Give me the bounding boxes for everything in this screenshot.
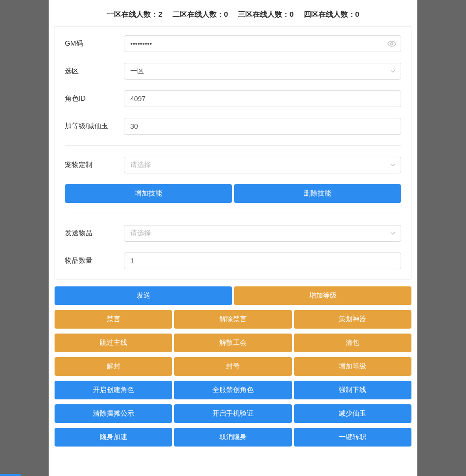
role-id-input[interactable] [124, 90, 401, 107]
item-qty-input[interactable] [124, 252, 401, 269]
chevron-down-icon [390, 162, 396, 168]
pet-custom-placeholder: 请选择 [130, 161, 151, 169]
role-id-row: 角色ID [65, 90, 401, 107]
divider [65, 214, 401, 214]
zone2-count: 二区在线人数：0 [173, 10, 228, 18]
send-item-placeholder: 请选择 [130, 229, 151, 238]
action-button[interactable]: 隐身加速 [55, 428, 172, 447]
zone3-count: 三区在线人数：0 [238, 10, 293, 18]
chevron-down-icon [390, 230, 396, 236]
action-row: 解封封号增加等级 [55, 357, 411, 376]
action-row: 禁言解除禁言策划神器 [55, 310, 411, 329]
online-stats-header: 一区在线人数：2 二区在线人数：0 三区在线人数：0 四区在线人数：0 [49, 9, 417, 26]
action-button[interactable]: 封号 [174, 357, 291, 376]
form-card: GM码 选区 一区 角色ID [55, 26, 411, 280]
gm-code-input[interactable] [124, 35, 401, 52]
action-row: 隐身加速取消隐身一键转职 [55, 428, 411, 447]
action-row: 跳过主线解散工会清包 [55, 334, 411, 352]
skill-button-row: 增加技能 删除技能 [65, 184, 401, 203]
action-button[interactable]: 策划神器 [294, 310, 411, 329]
chevron-down-icon [390, 68, 396, 74]
item-qty-label: 物品数量 [65, 256, 124, 265]
action-button[interactable]: 强制下线 [294, 381, 411, 399]
action-button[interactable]: 取消隐身 [174, 428, 291, 447]
action-grid: 发送增加等级禁言解除禁言策划神器跳过主线解散工会清包解封封号增加等级开启创建角色… [49, 286, 417, 447]
action-button[interactable]: 减少仙玉 [294, 404, 411, 423]
zone-label: 选区 [65, 67, 124, 76]
send-item-row: 发送物品 请选择 [65, 225, 401, 242]
action-button[interactable]: 一键转职 [294, 428, 411, 447]
action-row: 开启创建角色全服禁创角色强制下线 [55, 381, 411, 399]
gm-code-row: GM码 [65, 35, 401, 52]
pet-custom-row: 宠物定制 请选择 [65, 157, 401, 173]
level-jade-row: 加等级/减仙玉 [65, 118, 401, 135]
zone4-count: 四区在线人数：0 [304, 10, 359, 18]
action-button[interactable]: 解封 [55, 357, 172, 376]
action-button[interactable]: 开启创建角色 [55, 381, 172, 399]
bottom-progress-bar [0, 474, 21, 476]
action-button[interactable]: 清除摆摊公示 [55, 404, 172, 423]
action-button[interactable]: 增加等级 [234, 286, 411, 305]
eye-icon[interactable] [387, 39, 396, 48]
level-jade-label: 加等级/减仙玉 [65, 122, 124, 131]
zone1-count: 一区在线人数：2 [107, 10, 162, 18]
action-button[interactable]: 发送 [55, 286, 232, 305]
action-button[interactable]: 禁言 [55, 310, 172, 329]
action-button[interactable]: 跳过主线 [55, 334, 172, 352]
zone-select-value: 一区 [130, 67, 144, 76]
action-button[interactable]: 增加等级 [294, 357, 411, 376]
level-jade-input[interactable] [124, 118, 401, 135]
item-qty-row: 物品数量 [65, 252, 401, 269]
action-button[interactable]: 解除禁言 [174, 310, 291, 329]
role-id-label: 角色ID [65, 94, 124, 103]
zone-select[interactable]: 一区 [124, 63, 401, 80]
gm-code-label: GM码 [65, 39, 124, 48]
action-button[interactable]: 全服禁创角色 [174, 381, 291, 399]
action-row: 清除摆摊公示开启手机验证减少仙玉 [55, 404, 411, 423]
svg-point-0 [391, 43, 393, 45]
pet-custom-label: 宠物定制 [65, 161, 124, 169]
action-row: 发送增加等级 [55, 286, 411, 305]
action-button[interactable]: 清包 [294, 334, 411, 352]
action-button[interactable]: 解散工会 [174, 334, 291, 352]
send-item-label: 发送物品 [65, 229, 124, 238]
delete-skill-button[interactable]: 删除技能 [234, 184, 401, 203]
action-button[interactable]: 开启手机验证 [174, 404, 291, 423]
add-skill-button[interactable]: 增加技能 [65, 184, 232, 203]
pet-custom-select[interactable]: 请选择 [124, 157, 401, 173]
send-item-select[interactable]: 请选择 [124, 225, 401, 242]
admin-page: 一区在线人数：2 二区在线人数：0 三区在线人数：0 四区在线人数：0 GM码 … [49, 0, 417, 476]
zone-row: 选区 一区 [65, 63, 401, 80]
divider [65, 145, 401, 146]
